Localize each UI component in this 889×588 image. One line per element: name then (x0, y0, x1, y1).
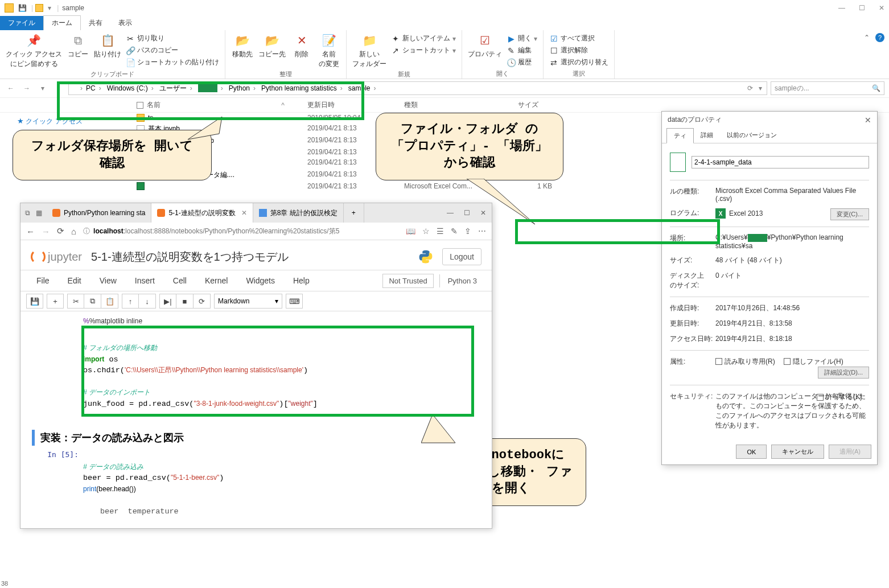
restart-button[interactable]: ⟳ (194, 294, 211, 309)
pin-button[interactable]: 📌クイック アクセス にピン留めする (6, 32, 62, 69)
logout-button[interactable]: Logout (442, 248, 481, 265)
properties-button[interactable]: ☑プロパティ (468, 32, 502, 59)
advanced-button[interactable]: 詳細設定(D)... (818, 367, 869, 379)
filename-input[interactable] (692, 156, 869, 168)
forward-button[interactable]: → (42, 227, 50, 236)
home-button[interactable]: ⌂ (71, 227, 76, 236)
apply-button[interactable]: 適用(A) (829, 445, 871, 459)
props-tab-versions[interactable]: 以前のバージョン (720, 128, 784, 143)
crumb-pc[interactable]: PC (84, 84, 104, 92)
selectall-button[interactable]: ☑すべて選択 (549, 32, 608, 44)
back-button[interactable]: ← (26, 227, 35, 236)
tabactions-icon[interactable]: ⧉ (25, 209, 30, 217)
close-tab-icon[interactable]: ✕ (241, 209, 247, 217)
move-down-button[interactable]: ↓ (139, 294, 156, 309)
tab-view[interactable]: 表示 (110, 16, 140, 30)
newshortcut-button[interactable]: ↗ショートカット ▾ (391, 44, 456, 56)
browser-tab-2[interactable]: 第8章 統計的仮説検定 (253, 203, 344, 223)
tab-share[interactable]: 共有 (81, 16, 110, 30)
open-button[interactable]: ▶開く ▾ (507, 32, 537, 44)
crumb-python[interactable]: Python (227, 84, 258, 92)
copy-button[interactable]: ⧉コピー (67, 32, 89, 59)
url-bar[interactable]: ⓘ localhost:localhost:8888/notebooks/Pyt… (83, 227, 399, 236)
menu-kernel[interactable]: Kernel (196, 273, 237, 289)
stop-button[interactable]: ■ (176, 294, 194, 309)
code-cell[interactable]: # フォルダの場所へ移動 import os os.chdir('C:\\Use… (83, 332, 480, 421)
hub-icon[interactable]: ☰ (437, 227, 444, 236)
moveto-button[interactable]: 📂移動先 (231, 32, 254, 59)
menu-file[interactable]: File (27, 273, 59, 289)
menu-cell[interactable]: Cell (164, 273, 196, 289)
reading-icon[interactable]: 📖 (406, 227, 415, 236)
crumb-stats[interactable]: Python learning statistics (259, 84, 345, 92)
save-button[interactable]: 💾 (26, 294, 43, 309)
minimize-button[interactable]: — (447, 209, 454, 217)
menu-edit[interactable]: Edit (59, 273, 90, 289)
history-button[interactable]: 🕓履歴 (507, 56, 537, 68)
crumb-users[interactable]: ユーザー (157, 84, 195, 93)
menu-view[interactable]: View (90, 273, 126, 289)
menu-insert[interactable]: Insert (126, 273, 164, 289)
props-tab-general[interactable]: ティ (666, 128, 694, 143)
favorite-icon[interactable]: ☆ (422, 227, 430, 236)
notes-icon[interactable]: ✎ (451, 227, 458, 236)
ok-button[interactable]: OK (736, 445, 767, 459)
checkbox-all[interactable] (137, 102, 143, 109)
breadcrumb[interactable]: › PC Windows (C:) ユーザー Python Python lea… (68, 81, 767, 95)
rename-button[interactable]: 📝名前 の変更 (318, 32, 340, 69)
cut-cell-button[interactable]: ✂ (67, 294, 84, 309)
minimize-button[interactable]: — (838, 4, 845, 12)
crumb-sample[interactable]: sample (346, 84, 378, 92)
copyto-button[interactable]: 📂コピー先 (258, 32, 286, 59)
forward-button[interactable]: → (20, 82, 33, 94)
hidden-checkbox[interactable]: 隠しファイル(H) (784, 357, 843, 367)
cut-button[interactable]: ✂切り取り (126, 32, 219, 44)
trust-indicator[interactable]: Not Trusted (382, 274, 433, 288)
search-icon[interactable]: 🔍 (872, 84, 880, 92)
notebook-title[interactable]: 5-1-連続型の説明変数を1つ持つモデル (91, 249, 289, 265)
tab-file[interactable]: ファイル (0, 16, 43, 30)
code-cell[interactable]: # データの読み込み beer = pd.read_csv("5-1-1-bee… (83, 450, 480, 506)
kernel-indicator[interactable]: Python 3 (439, 274, 485, 287)
qat-save-icon[interactable]: 💾 (18, 4, 27, 12)
pasteshortcut-button[interactable]: 📄ショートカットの貼り付け (126, 56, 219, 68)
browser-tab-0[interactable]: Python/Python learning sta (47, 203, 151, 223)
close-icon[interactable]: ✕ (865, 116, 871, 125)
cancel-button[interactable]: キャンセル (771, 445, 824, 459)
crumb-user[interactable] (196, 84, 225, 92)
up-button[interactable]: ↑ (52, 82, 65, 94)
menu-widgets[interactable]: Widgets (237, 273, 284, 289)
jupyter-logo[interactable]: jupyter (31, 249, 82, 264)
menu-help[interactable]: Help (284, 273, 319, 289)
recent-button[interactable]: ▾ (36, 82, 49, 94)
help-icon[interactable]: ? (875, 33, 884, 42)
paste-button[interactable]: 📋貼り付け (94, 32, 121, 59)
selectnone-button[interactable]: ☐選択解除 (549, 44, 608, 56)
crumb-c[interactable]: Windows (C:) (105, 84, 156, 92)
new-tab-button[interactable]: + (344, 203, 364, 223)
move-up-button[interactable]: ↑ (122, 294, 139, 309)
back-button[interactable]: ← (5, 82, 17, 94)
refresh-icon[interactable]: ⟳ (745, 84, 755, 92)
props-tab-details[interactable]: 詳細 (694, 128, 720, 143)
newfolder-button[interactable]: 📁新しい フォルダー (352, 32, 386, 69)
newitem-button[interactable]: ✦新しいアイテム ▾ (391, 32, 456, 44)
tab-home[interactable]: ホーム (43, 15, 81, 30)
command-palette-button[interactable]: ⌨ (286, 294, 303, 309)
edit-button[interactable]: ✎編集 (507, 44, 537, 56)
collapse-ribbon-icon[interactable]: ⌃ (864, 34, 870, 42)
close-button[interactable]: ✕ (879, 4, 884, 12)
copypath-button[interactable]: 🔗パスのコピー (126, 44, 219, 56)
info-icon[interactable]: ⓘ (83, 227, 90, 236)
run-button[interactable]: ▶| (159, 294, 176, 309)
change-button[interactable]: 変更(C)... (830, 208, 869, 220)
celltype-select[interactable]: Markdown▾ (214, 294, 282, 309)
tabpreview-icon[interactable]: ▦ (36, 209, 42, 217)
browser-tab-1[interactable]: 5-1-連続型の説明変数✕ (151, 203, 253, 223)
invert-button[interactable]: ⇄選択の切り替え (549, 56, 608, 68)
delete-button[interactable]: ✕削除 (290, 32, 313, 59)
paste-cell-button[interactable]: 📋 (101, 294, 118, 309)
maximize-button[interactable]: ☐ (859, 4, 865, 12)
search-input[interactable]: sampleの... 🔍 (771, 81, 884, 95)
add-cell-button[interactable]: + (47, 294, 64, 309)
